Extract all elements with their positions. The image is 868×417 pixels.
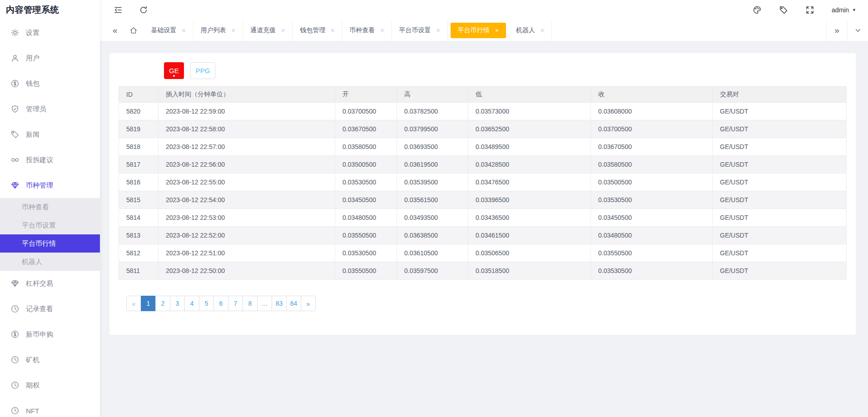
close-icon[interactable]: × — [495, 27, 499, 34]
sidebar-subitem-platform-coin-settings[interactable]: 平台币设置 — [0, 216, 100, 234]
pagination-page-6[interactable]: 6 — [213, 296, 228, 311]
pagination-page-3[interactable]: 3 — [170, 296, 185, 311]
tab-robot[interactable]: 机器人 × — [509, 20, 552, 41]
history-icon — [11, 381, 19, 389]
tab-basic-settings[interactable]: 基础设置 × — [144, 20, 193, 41]
pagination-page-8[interactable]: 8 — [243, 296, 258, 311]
table-cell: 0.03782500 — [397, 103, 468, 120]
sidebar-item-coin-manage[interactable]: 币种管理 — [0, 173, 100, 198]
table-cell: 0.03506500 — [468, 244, 591, 262]
sidebar-item-label: 用户 — [26, 54, 40, 63]
coin-button-ppg[interactable]: PPG — [190, 62, 216, 79]
column-header: 开 — [335, 87, 397, 103]
pagination-page-4[interactable]: 4 — [184, 296, 199, 311]
close-icon[interactable]: × — [541, 27, 544, 34]
pagination: «12345678...8384» — [126, 296, 316, 311]
refresh-icon[interactable] — [139, 5, 148, 15]
sidebar-item-new-coin-subscribe[interactable]: 新币申购 — [0, 322, 100, 347]
pagination-page-84[interactable]: 84 — [286, 296, 301, 311]
collapse-menu-icon[interactable] — [114, 5, 123, 15]
tab-wallet-manage[interactable]: 钱包管理 × — [293, 20, 342, 41]
table-cell: 5815 — [119, 191, 159, 209]
table-cell: 0.03550500 — [335, 227, 397, 244]
diamond-icon — [11, 181, 19, 189]
app-root: 内容管理系统 设置 用户 钱包 管理员 新闻 投拆建议 币种管理 币种查看平台币… — [0, 0, 868, 417]
sidebar-item-records[interactable]: 记录查看 — [0, 296, 100, 322]
table-row: 58202023-08-12 22:59:000.037005000.03782… — [119, 103, 847, 120]
sidebar-item-options[interactable]: 期权 — [0, 372, 100, 398]
tabs-scroll-right-button[interactable]: » — [826, 20, 847, 41]
sidebar-item-wallet[interactable]: 钱包 — [0, 71, 100, 96]
topbar: admin ▼ — [100, 0, 868, 20]
sidebar-item-admins[interactable]: 管理员 — [0, 96, 100, 122]
fullscreen-icon[interactable] — [805, 5, 814, 15]
tab-coin-view[interactable]: 币种查看 × — [342, 20, 392, 41]
pagination-page-83[interactable]: 83 — [272, 296, 287, 311]
sidebar-subitem-platform-coin-market[interactable]: 平台币行情 — [0, 234, 100, 253]
palette-icon[interactable] — [753, 5, 762, 15]
sidebar-item-users[interactable]: 用户 — [0, 45, 100, 71]
sidebar-item-leverage-trade[interactable]: 杠杆交易 — [0, 271, 100, 296]
pagination-page-5[interactable]: 5 — [199, 296, 214, 311]
table-cell: 0.03476500 — [468, 174, 591, 191]
table-cell: GE/USDT — [713, 244, 847, 262]
history-icon — [11, 356, 19, 364]
table-cell: 0.03700500 — [335, 103, 397, 120]
pagination-prev[interactable]: « — [126, 296, 141, 311]
user-menu[interactable]: admin ▼ — [832, 6, 856, 14]
table-row: 58152023-08-12 22:54:000.034505000.03561… — [119, 191, 847, 209]
table-cell: 0.03428500 — [468, 156, 591, 174]
sidebar: 内容管理系统 设置 用户 钱包 管理员 新闻 投拆建议 币种管理 币种查看平台币… — [0, 0, 100, 417]
pagination-page-7[interactable]: 7 — [228, 296, 243, 311]
sidebar-item-label: 新闻 — [26, 130, 40, 139]
tab-channel-recharge[interactable]: 通道充值 × — [243, 20, 293, 41]
sidebar-subitem-robot[interactable]: 机器人 — [0, 253, 100, 271]
tag-icon[interactable] — [779, 5, 788, 15]
user-icon — [11, 54, 19, 62]
tabs-list: 基础设置 × 用户列表 × 通道充值 × 钱包管理 × 币种查看 × 平台币设置… — [144, 20, 552, 41]
table-cell: GE/USDT — [713, 156, 847, 174]
close-icon[interactable]: × — [182, 27, 186, 34]
sidebar-item-feedback[interactable]: 投拆建议 — [0, 147, 100, 173]
tab-platform-coin-market[interactable]: 平台币行情 × — [451, 23, 506, 38]
sidebar-item-settings[interactable]: 设置 — [0, 20, 100, 45]
table-cell: 2023-08-12 22:59:00 — [159, 103, 335, 120]
table-cell: 0.03500500 — [335, 156, 397, 174]
coin-button-ge[interactable]: GE — [164, 62, 184, 79]
tab-platform-coin-settings[interactable]: 平台币设置 × — [392, 20, 448, 41]
sidebar-item-miner[interactable]: 矿机 — [0, 347, 100, 372]
coin-switcher: GE PPG — [164, 62, 847, 79]
table-cell: 0.03518500 — [468, 262, 591, 280]
coin-button-label: GE — [169, 67, 179, 74]
sidebar-subitem-coin-view[interactable]: 币种查看 — [0, 198, 100, 216]
sidebar-item-news[interactable]: 新闻 — [0, 122, 100, 147]
active-indicator-dot — [173, 75, 175, 77]
tab-user-list[interactable]: 用户列表 × — [193, 20, 243, 41]
table-cell: 0.03539500 — [397, 174, 468, 191]
tab-label: 平台币设置 — [399, 26, 431, 35]
table-cell: 0.03561500 — [397, 191, 468, 209]
table-cell: 5817 — [119, 156, 159, 174]
tabs-menu-chevron-down-icon[interactable] — [847, 20, 868, 41]
pagination-next[interactable]: » — [301, 296, 316, 311]
table-row: 58192023-08-12 22:58:000.036705000.03799… — [119, 120, 847, 138]
close-icon[interactable]: × — [232, 27, 235, 34]
tab-label: 钱包管理 — [300, 26, 325, 35]
market-table: ID插入时间（分钟单位）开高低收交易对 58202023-08-12 22:59… — [119, 86, 847, 280]
close-icon[interactable]: × — [281, 27, 285, 34]
tab-label: 用户列表 — [201, 26, 226, 35]
table-cell: 0.03396500 — [468, 191, 591, 209]
sidebar-item-label: 记录查看 — [26, 305, 53, 313]
table-cell: GE/USDT — [713, 209, 847, 227]
pagination-page-2[interactable]: 2 — [155, 296, 170, 311]
close-icon[interactable]: × — [331, 27, 334, 34]
tabs-scroll-left-button[interactable]: « — [113, 25, 118, 35]
table-cell: 5816 — [119, 174, 159, 191]
close-icon[interactable]: × — [436, 27, 440, 34]
home-icon[interactable] — [129, 26, 138, 35]
sidebar-item-nft[interactable]: NFT — [0, 398, 100, 417]
sidebar-item-label: 期权 — [26, 381, 40, 390]
sidebar-item-label: 设置 — [26, 29, 40, 37]
close-icon[interactable]: × — [380, 27, 384, 34]
pagination-page-1[interactable]: 1 — [141, 296, 156, 311]
